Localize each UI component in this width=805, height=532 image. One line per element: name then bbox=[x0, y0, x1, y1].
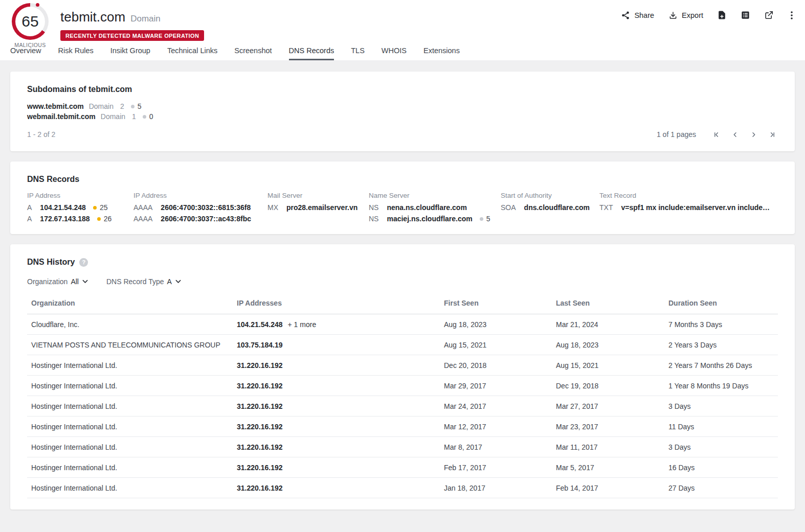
ip-cell: 103.75.184.19 bbox=[233, 335, 440, 355]
tab-dns-records[interactable]: DNS Records bbox=[289, 47, 334, 60]
tab-whois[interactable]: WHOIS bbox=[382, 47, 407, 60]
record-value-cell: 172.67.143.18826 bbox=[40, 215, 111, 223]
filter-label: DNS Record Type bbox=[106, 277, 164, 286]
record-value-link[interactable]: 2606:4700:3032::6815:36f8 bbox=[161, 203, 251, 212]
risk-score-ring: 65 bbox=[12, 3, 49, 40]
ip-cell: 104.21.54.248+ 1 more bbox=[233, 314, 440, 335]
record-type: A bbox=[27, 203, 32, 212]
pagination-next-button[interactable] bbox=[747, 129, 759, 140]
table-row: Hostinger International Ltd.31.220.16.19… bbox=[27, 376, 778, 396]
kebab-menu-icon bbox=[788, 11, 796, 20]
record-value-link[interactable]: v=spf1 mx include:emailserver.vn include… bbox=[621, 203, 771, 212]
share-icon bbox=[621, 11, 630, 20]
duration-cell: 1 Year 8 Months 19 Days bbox=[664, 376, 778, 396]
dns-record-rows: TXTv=spf1 mx include:emailserver.vn incl… bbox=[599, 203, 771, 212]
record-value-link[interactable]: nena.ns.cloudflare.com bbox=[387, 203, 466, 212]
note-add-icon bbox=[717, 10, 727, 20]
filter-value: All bbox=[71, 277, 79, 286]
entity-header: 65 MALICIOUS tebmit.com Domain RECENTLY … bbox=[0, 0, 805, 60]
subdomain-link[interactable]: www.tebmit.com bbox=[27, 102, 84, 110]
record-value-link[interactable]: 2606:4700:3037::ac43:8fbc bbox=[161, 215, 251, 223]
ip-address-link[interactable]: 31.220.16.192 bbox=[237, 402, 283, 410]
record-type: TXT bbox=[599, 203, 613, 212]
record-value-link[interactable]: dns.cloudflare.com bbox=[524, 203, 590, 212]
record-type: MX bbox=[267, 203, 278, 212]
duration-cell: 3 Days bbox=[664, 396, 778, 417]
table-row: VIETNAM POSTS AND TELECOMMUNICATIONS GRO… bbox=[27, 335, 778, 355]
record-type: AAAA bbox=[133, 215, 152, 223]
subdomain-row: webmail.tebmit.comDomain10 bbox=[27, 112, 778, 121]
subdomain-link[interactable]: webmail.tebmit.com bbox=[27, 112, 96, 121]
organization-cell: Hostinger International Ltd. bbox=[27, 355, 233, 376]
record-value-cell: nena.ns.cloudflare.com bbox=[387, 203, 490, 212]
main-content: Subdomains of tebmit.com www.tebmit.comD… bbox=[0, 60, 805, 510]
dns-record-rows: MXpro28.emailserver.vn bbox=[267, 203, 362, 212]
record-value-link[interactable]: 172.67.143.188 bbox=[40, 215, 90, 223]
record-value-cell: 104.21.54.24825 bbox=[40, 203, 111, 212]
last-seen-cell: Feb 14, 2017 bbox=[552, 478, 664, 498]
first-seen-cell: Mar 24, 2017 bbox=[440, 396, 552, 417]
tab-technical-links[interactable]: Technical Links bbox=[167, 47, 217, 60]
organization-cell: Cloudflare, Inc. bbox=[27, 314, 233, 335]
last-seen-cell: Mar 27, 2017 bbox=[552, 396, 664, 417]
pagination-last-button[interactable] bbox=[766, 129, 778, 140]
table-row: Hostinger International Ltd.31.220.16.19… bbox=[27, 478, 778, 498]
ip-address-link[interactable]: 31.220.16.192 bbox=[237, 484, 283, 492]
last-seen-cell: Aug 18, 2023 bbox=[552, 335, 664, 355]
risk-dot bbox=[480, 217, 483, 221]
risk-alert-badge[interactable]: RECENTLY DETECTED MALWARE OPERATION bbox=[60, 30, 204, 41]
column-label: Mail Server bbox=[267, 192, 362, 199]
ip-address-link[interactable]: 31.220.16.192 bbox=[237, 464, 283, 472]
pagination-first-button[interactable] bbox=[710, 129, 723, 140]
dns-history-table: OrganizationIP AddressesFirst SeenLast S… bbox=[27, 299, 778, 498]
pagination-prev-button[interactable] bbox=[729, 129, 741, 140]
first-seen-cell: Mar 8, 2017 bbox=[440, 437, 552, 457]
more-ips-link[interactable]: + 1 more bbox=[288, 320, 317, 329]
risk-score-gauge: 65 MALICIOUS bbox=[10, 3, 50, 48]
add-note-button[interactable] bbox=[717, 10, 727, 20]
record-value-link[interactable]: 104.21.54.248 bbox=[40, 203, 86, 212]
tab-tls[interactable]: TLS bbox=[351, 47, 365, 60]
last-seen-cell: Mar 23, 2017 bbox=[552, 417, 664, 437]
ip-address-link[interactable]: 103.75.184.19 bbox=[237, 341, 283, 349]
record-value-link[interactable]: maciej.ns.cloudflare.com bbox=[387, 215, 472, 223]
ip-address-link[interactable]: 31.220.16.192 bbox=[237, 443, 283, 451]
filter-dns-record-type[interactable]: DNS Record TypeA bbox=[106, 277, 181, 286]
dns-history-card-title: DNS History bbox=[27, 258, 75, 267]
tab-screenshot[interactable]: Screenshot bbox=[234, 47, 272, 60]
chevron-down-icon bbox=[82, 280, 88, 284]
column-header-duration-seen: Duration Seen bbox=[664, 299, 778, 314]
last-seen-cell: Dec 19, 2018 bbox=[552, 376, 664, 396]
ip-address-link[interactable]: 31.220.16.192 bbox=[237, 361, 283, 369]
record-type: NS bbox=[369, 203, 378, 212]
open-in-new-button[interactable] bbox=[764, 10, 774, 20]
event-log-button[interactable] bbox=[741, 10, 750, 20]
tab-risk-rules[interactable]: Risk Rules bbox=[58, 47, 93, 60]
filter-organization[interactable]: OrganizationAll bbox=[27, 277, 88, 286]
ip-address-link[interactable]: 104.21.54.248 bbox=[237, 320, 283, 329]
record-type: NS bbox=[369, 215, 378, 223]
ip-cell: 31.220.16.192 bbox=[233, 417, 440, 437]
column-label: Start of Authority bbox=[501, 192, 592, 199]
ip-address-link[interactable]: 31.220.16.192 bbox=[237, 382, 283, 390]
dns-record-column: IP AddressA104.21.54.24825A172.67.143.18… bbox=[27, 192, 133, 223]
tab-overview[interactable]: Overview bbox=[10, 47, 41, 60]
more-options-button[interactable] bbox=[788, 11, 796, 20]
first-seen-cell: Mar 12, 2017 bbox=[440, 417, 552, 437]
ip-address-link[interactable]: 31.220.16.192 bbox=[237, 423, 283, 431]
record-value-link[interactable]: pro28.emailserver.vn bbox=[286, 203, 357, 212]
filter-value: A bbox=[167, 277, 172, 286]
organization-cell: Hostinger International Ltd. bbox=[27, 396, 233, 417]
share-button[interactable]: Share bbox=[621, 11, 654, 20]
results-range-label: 1 - 2 of 2 bbox=[27, 130, 55, 138]
table-row: Hostinger International Ltd.31.220.16.19… bbox=[27, 417, 778, 437]
page-title: tebmit.com bbox=[60, 9, 125, 25]
export-button[interactable]: Export bbox=[668, 11, 703, 20]
dns-record-column: Text RecordTXTv=spf1 mx include:emailser… bbox=[599, 192, 778, 223]
help-icon[interactable]: ? bbox=[79, 258, 88, 267]
column-header-ip-addresses: IP Addresses bbox=[233, 299, 440, 314]
first-seen-cell: Jan 18, 2017 bbox=[440, 478, 552, 498]
tab-extensions[interactable]: Extensions bbox=[423, 47, 460, 60]
duration-cell: 3 Days bbox=[664, 437, 778, 457]
tab-insikt-group[interactable]: Insikt Group bbox=[110, 47, 150, 60]
